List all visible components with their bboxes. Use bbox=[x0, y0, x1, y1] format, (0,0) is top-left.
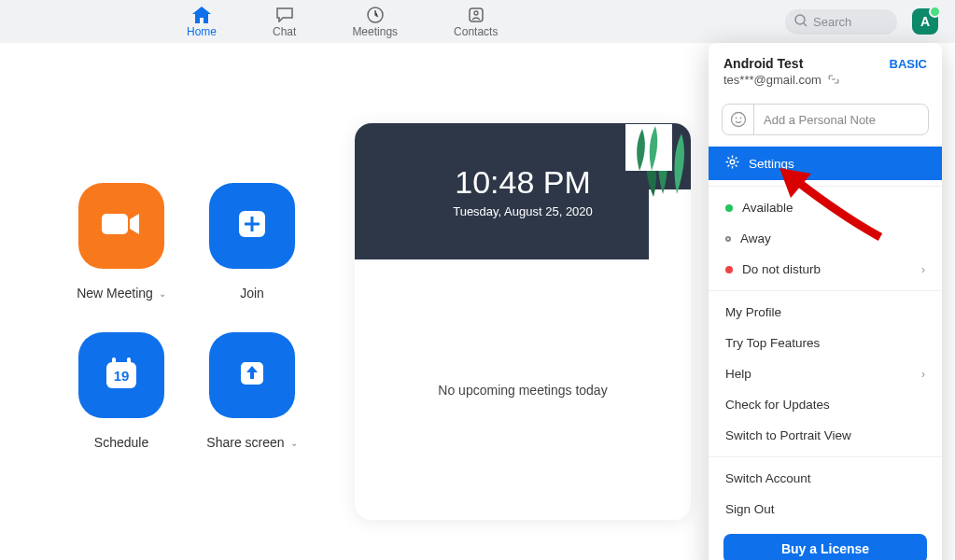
tab-chat[interactable]: Chat bbox=[273, 6, 296, 38]
no-meetings-text: No upcoming meetings today bbox=[438, 383, 607, 398]
menu-away[interactable]: Away bbox=[709, 223, 942, 254]
link-icon bbox=[827, 73, 840, 87]
menu-label: Help bbox=[725, 367, 751, 381]
menu-label: Settings bbox=[749, 157, 794, 171]
meetings-panel: 10:48 PM Tuesday, August 25, 2020 No upc… bbox=[355, 123, 691, 520]
topbar-right: Search A bbox=[785, 0, 955, 43]
action-join: Join bbox=[187, 183, 317, 332]
menu-portrait-view[interactable]: Switch to Portrait View bbox=[709, 420, 942, 451]
svg-line-4 bbox=[804, 23, 807, 26]
separator bbox=[709, 186, 942, 187]
action-label: Join bbox=[240, 286, 264, 301]
top-navbar: Home Chat Meetings Contacts Search bbox=[0, 0, 955, 43]
panel-time: 10:48 PM bbox=[455, 164, 591, 201]
search-icon bbox=[794, 14, 808, 30]
svg-rect-5 bbox=[102, 214, 128, 234]
buy-license-label: Buy a License bbox=[781, 541, 869, 556]
share-screen-label-row[interactable]: Share screen ⌄ bbox=[206, 435, 297, 450]
svg-rect-11 bbox=[127, 357, 131, 365]
share-screen-button[interactable] bbox=[209, 332, 295, 418]
clock-icon bbox=[366, 6, 385, 24]
action-label: Share screen bbox=[206, 435, 284, 450]
svg-line-24 bbox=[736, 165, 737, 167]
separator bbox=[709, 456, 942, 457]
menu-available[interactable]: Available bbox=[709, 192, 942, 223]
svg-point-15 bbox=[731, 113, 745, 127]
search-input[interactable]: Search bbox=[785, 9, 897, 35]
plus-icon bbox=[235, 207, 269, 245]
menu-my-profile[interactable]: My Profile bbox=[709, 297, 942, 328]
chevron-right-icon: › bbox=[921, 368, 925, 381]
menu-try-top-features[interactable]: Try Top Features bbox=[709, 328, 942, 358]
menu-sign-out[interactable]: Sign Out bbox=[709, 494, 942, 525]
personal-note-input[interactable]: Add a Personal Note bbox=[722, 104, 929, 135]
dropdown-header: Android Test BASIC tes***@gmail.com bbox=[709, 43, 942, 94]
action-new-meeting: New Meeting ⌄ bbox=[56, 183, 187, 332]
svg-point-18 bbox=[730, 160, 735, 164]
menu-label: Try Top Features bbox=[725, 336, 820, 350]
menu-label: Switch Account bbox=[725, 471, 811, 485]
menu-label: Sign Out bbox=[725, 502, 775, 516]
svg-point-3 bbox=[795, 15, 805, 24]
tab-home-label: Home bbox=[187, 25, 217, 38]
tab-contacts[interactable]: Contacts bbox=[454, 6, 498, 38]
svg-line-25 bbox=[736, 158, 737, 160]
menu-label: Away bbox=[740, 231, 771, 245]
contacts-icon bbox=[467, 6, 485, 24]
share-up-icon bbox=[235, 357, 269, 394]
menu-label: Check for Updates bbox=[725, 398, 830, 412]
join-button[interactable] bbox=[209, 183, 295, 269]
note-placeholder: Add a Personal Note bbox=[754, 113, 928, 127]
profile-name: Android Test bbox=[723, 56, 803, 71]
avatar[interactable]: A bbox=[912, 8, 938, 35]
menu-help[interactable]: Help › bbox=[709, 358, 942, 389]
menu-label: Available bbox=[742, 201, 793, 215]
plan-badge: BASIC bbox=[890, 57, 927, 71]
profile-dropdown: Android Test BASIC tes***@gmail.com Add … bbox=[709, 43, 942, 560]
menu-settings[interactable]: Settings bbox=[709, 147, 942, 180]
menu-label: Do not disturb bbox=[742, 262, 821, 276]
action-label: Schedule bbox=[94, 435, 148, 450]
tab-contacts-label: Contacts bbox=[454, 25, 498, 38]
schedule-button[interactable]: 19 bbox=[78, 332, 164, 418]
plant-decoration bbox=[616, 123, 691, 259]
menu-check-updates[interactable]: Check for Updates bbox=[709, 389, 942, 420]
chevron-right-icon: › bbox=[921, 263, 925, 276]
menu-label: Switch to Portrait View bbox=[725, 428, 851, 442]
svg-point-16 bbox=[735, 118, 737, 119]
status-dnd-icon bbox=[725, 266, 733, 273]
video-icon bbox=[100, 210, 143, 242]
action-schedule: 19 Schedule bbox=[56, 332, 187, 482]
buy-license-button[interactable]: Buy a License bbox=[723, 534, 927, 560]
tab-meetings[interactable]: Meetings bbox=[352, 6, 398, 38]
chevron-down-icon: ⌄ bbox=[290, 438, 298, 448]
svg-rect-10 bbox=[112, 357, 116, 365]
menu-switch-account[interactable]: Switch Account bbox=[709, 463, 942, 494]
action-share-screen: Share screen ⌄ bbox=[187, 332, 317, 482]
emoji-icon bbox=[723, 104, 754, 135]
svg-line-26 bbox=[728, 165, 730, 167]
svg-line-23 bbox=[728, 158, 730, 160]
new-meeting-button[interactable] bbox=[78, 183, 164, 269]
panel-date: Tuesday, August 25, 2020 bbox=[453, 204, 593, 218]
tab-meetings-label: Meetings bbox=[352, 25, 398, 38]
avatar-letter: A bbox=[920, 14, 930, 29]
panel-hero: 10:48 PM Tuesday, August 25, 2020 bbox=[355, 123, 691, 259]
nav-tabs: Home Chat Meetings Contacts bbox=[187, 0, 498, 43]
tab-home[interactable]: Home bbox=[187, 6, 217, 38]
profile-email: tes***@gmail.com bbox=[723, 73, 822, 87]
menu-dnd[interactable]: Do not disturb › bbox=[709, 254, 942, 285]
actions-grid: New Meeting ⌄ Join 19 Schedule bbox=[56, 90, 317, 520]
search-placeholder: Search bbox=[813, 15, 851, 29]
gear-icon bbox=[725, 155, 739, 172]
chat-icon bbox=[275, 6, 294, 24]
svg-point-17 bbox=[739, 118, 741, 119]
menu-label: My Profile bbox=[725, 305, 781, 319]
home-icon bbox=[192, 6, 211, 24]
chevron-down-icon: ⌄ bbox=[159, 288, 166, 299]
svg-rect-13 bbox=[649, 189, 691, 259]
new-meeting-label-row[interactable]: New Meeting ⌄ bbox=[77, 286, 166, 301]
status-away-icon bbox=[725, 236, 731, 242]
svg-point-2 bbox=[474, 11, 478, 15]
action-label: New Meeting bbox=[77, 286, 153, 301]
